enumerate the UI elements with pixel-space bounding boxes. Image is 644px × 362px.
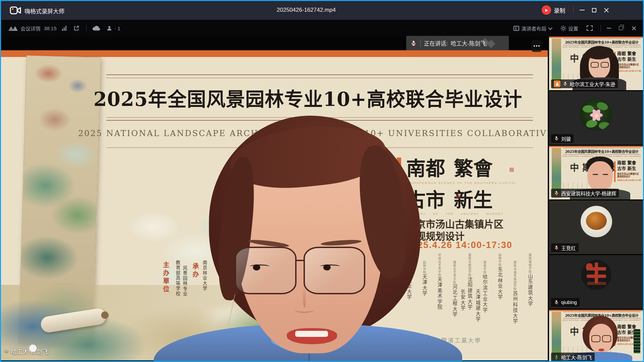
face	[587, 161, 613, 191]
mouth	[598, 349, 604, 351]
university-column: 建筑与规划学院沈阳建筑大学	[466, 253, 473, 310]
glasses	[591, 62, 599, 68]
participant-tile-zhuxun[interactable]: 2025年全国风景园林专业10+高校联合毕业设计 2025 NATIONAL L…	[549, 37, 643, 90]
participant-label: 哈工大-陈剑飞	[551, 353, 595, 361]
participant-name: 哈尔滨工业大学-朱逊	[570, 80, 615, 87]
mini-slide-title: 2025年全国风景园林专业10+高校联合毕业设计	[562, 149, 641, 154]
recorder-window: 嗨格式录屏大师 20250426-162742.mp4 ▶ 录制 会议详情 38…	[0, 0, 644, 362]
slide-top-band	[1, 50, 548, 57]
recording-file-name: 20250426-162742.mp4	[256, 7, 357, 13]
glasses	[591, 335, 600, 342]
participant-name: 刘骏	[561, 135, 571, 142]
participant-label: 刘骏	[551, 134, 574, 143]
settings-button[interactable]: 设置	[560, 20, 578, 37]
pupil	[253, 264, 260, 270]
close-icon	[604, 8, 609, 13]
network-signal-icon[interactable]	[62, 20, 66, 37]
mini-location: 南京市汤山古集镇片区景观规划设计	[617, 63, 639, 69]
participant-tile-chenjianfei[interactable]: 2025年全国风景园林专业10+高校联合毕业设计 2025 NATIONAL L…	[549, 310, 643, 361]
eye	[593, 174, 598, 175]
share-screen-icon[interactable]	[73, 20, 79, 37]
toolbar-divider-2	[601, 20, 601, 37]
minimize-icon	[607, 28, 611, 28]
more-options-button[interactable]	[531, 40, 542, 52]
app-title: 嗨格式录屏大师	[24, 7, 64, 15]
banner-divider	[420, 40, 421, 47]
rule-line	[106, 74, 533, 75]
participant-tile-qiubing[interactable]: qiubing	[549, 255, 643, 309]
layout-diamond-icon: ❖	[4, 348, 9, 354]
participant-name: 哈工大-陈剑飞	[561, 354, 592, 361]
meeting-app-logo-icon	[8, 20, 18, 37]
mic-muted-icon	[554, 300, 559, 305]
avatar	[581, 206, 612, 237]
meeting-close-button[interactable]	[632, 20, 636, 37]
main-speaker-person	[154, 113, 462, 361]
meeting-details-button[interactable]: 会议详情	[20, 20, 41, 37]
host-badge-icon	[554, 80, 560, 87]
mic-active-icon	[554, 354, 559, 360]
meeting-minimize-button[interactable]	[607, 20, 611, 37]
device	[634, 329, 640, 353]
main-speaker-label: ❖ 哈工大-陈剑飞	[4, 347, 48, 355]
participant-label: 王竞红	[551, 243, 579, 252]
mini-theme-text: 南都 繁會古市 新生	[617, 160, 636, 171]
speaking-banner: 正在讲话: 哈工大-陈剑飞;	[406, 36, 509, 50]
maximize-icon	[592, 8, 596, 12]
close-button[interactable]	[601, 5, 611, 15]
meeting-restore-button[interactable]	[619, 20, 623, 37]
participant-tile-wangjinghong[interactable]: 王竞红	[549, 200, 643, 254]
participant-tile-liujun[interactable]: 刘骏	[549, 91, 643, 145]
participants-count: · 1	[114, 25, 120, 31]
record-button[interactable]: ▶ 录制	[542, 5, 565, 15]
maximize-button[interactable]	[589, 5, 599, 15]
meeting-details-label: 会议详情	[20, 25, 41, 32]
record-play-icon: ▶	[542, 5, 551, 15]
mini-datetime: 2025.4.26 14:00-17:30	[617, 179, 641, 181]
mic-muted-icon	[554, 190, 559, 196]
meeting-toolbar: 会议详情 38:15 · 1 演讲者布局 设置	[1, 20, 643, 37]
glasses-left-lens	[235, 247, 297, 294]
glasses	[601, 62, 609, 68]
speaking-label: 正在讲话: 哈工大-陈剑飞;	[424, 39, 487, 47]
participants-button[interactable]: · 1	[106, 20, 120, 37]
participant-name: 王竞红	[561, 244, 576, 251]
glasses-right-lens	[304, 247, 365, 294]
watermark-icon	[482, 39, 497, 47]
nose	[303, 285, 306, 307]
titlebar-divider	[573, 6, 574, 14]
cursor-orb	[29, 345, 37, 352]
mic-muted-icon	[554, 136, 559, 141]
university-column: 建筑学院哈尔滨工业大学	[481, 261, 488, 313]
participant-label: 哈尔滨工业大学-朱逊	[551, 79, 618, 88]
participant-name: 西安建筑科技大学-杨建辉	[561, 190, 616, 197]
fullscreen-button[interactable]	[587, 20, 593, 37]
mini-slide-title: 2025年全国风景园林专业10+高校联合毕业设计	[562, 40, 641, 45]
participant-label: 西安建筑科技大学-杨建辉	[551, 189, 619, 197]
restore-icon	[619, 26, 623, 30]
participant-name: qiubing	[561, 300, 577, 305]
close-icon	[632, 26, 636, 31]
gear-icon	[560, 25, 566, 31]
eye	[603, 174, 608, 175]
participant-tile-yangjianhui[interactable]: 2025年全国风景园林专业10+高校联合毕业设计 2025 NATIONAL L…	[549, 146, 643, 199]
university-column: 建筑与城市规划学院苏州科技大学	[512, 261, 519, 324]
minimize-button[interactable]	[577, 5, 587, 15]
record-label: 录制	[554, 6, 565, 14]
university-column: 建筑城规学院山东建筑大学	[527, 253, 534, 307]
rule-line	[106, 78, 533, 78]
seal-stamp	[509, 168, 514, 172]
mic-muted-icon	[410, 40, 417, 47]
mic-muted-icon	[562, 81, 568, 86]
titlebar: 嗨格式录屏大师 20250426-162742.mp4 ▶ 录制	[1, 1, 643, 20]
mini-datetime: 2025.4.26 14:00-17:30	[617, 70, 641, 72]
layout-icon	[514, 26, 519, 31]
university-column: 园林学院东北林业大学	[496, 253, 503, 300]
glasses-bridge	[297, 260, 305, 263]
main-speaker-video: 2025年全国风景园林专业10+高校联合毕业设计 2025 NATIONAL L…	[1, 37, 548, 361]
mini-theme-text: 南都 繁會古市 新生	[617, 51, 636, 62]
layout-switcher[interactable]: 演讲者布局	[514, 20, 551, 37]
toolbar-divider	[86, 20, 87, 37]
minimize-icon	[580, 10, 585, 10]
avatar-seal-logo	[581, 260, 611, 290]
